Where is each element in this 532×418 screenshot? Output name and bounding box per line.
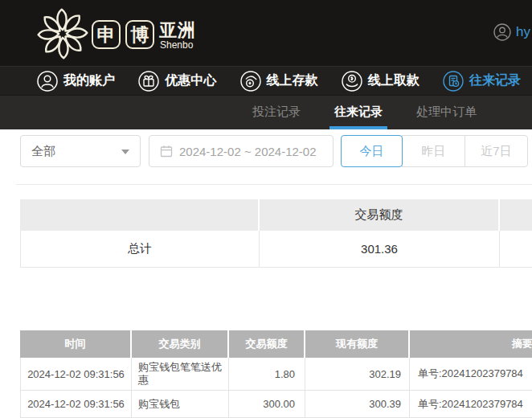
today-button[interactable]: 今日 <box>341 135 403 167</box>
nav-item-my-account[interactable]: 我的账户 <box>37 71 115 92</box>
calendar-icon <box>160 145 173 158</box>
last7days-button[interactable]: 近7日 <box>464 135 528 167</box>
summary-table: 交易额度 总计 301.36 <box>20 199 532 268</box>
gift-icon <box>138 71 159 92</box>
summary-total-extra <box>500 231 532 268</box>
summary-total-label: 总计 <box>20 231 260 268</box>
tab-transaction-records[interactable]: 往来记录 <box>329 96 387 129</box>
summary-table-header: 交易额度 <box>20 199 532 231</box>
col-header-type: 交易类别 <box>132 330 229 358</box>
date-range-value: 2024-12-02 ~ 2024-12-02 <box>179 145 317 158</box>
user-account-chip[interactable]: hy <box>493 23 530 41</box>
brand-char-shen: 申 <box>92 20 121 49</box>
cell-note: 单号:20241202379784 <box>410 358 532 391</box>
col-header-time: 时间 <box>20 330 132 358</box>
quick-date-buttons: 今日 昨日 近7日 <box>341 135 528 167</box>
cell-amount: 300.00 <box>229 391 305 418</box>
nav-item-transaction-records[interactable]: 往来记录 <box>443 71 521 92</box>
section-divider <box>16 184 532 185</box>
summary-header-clipped <box>500 199 532 231</box>
summary-total-amount: 301.36 <box>260 231 500 268</box>
nav-item-online-withdraw[interactable]: 线上取款 <box>342 71 419 92</box>
date-range-picker[interactable]: 2024-12-02 ~ 2024-12-02 <box>149 135 334 167</box>
cell-amount: 1.80 <box>229 358 305 391</box>
col-header-amount: 交易额度 <box>229 330 305 358</box>
summary-header-amount: 交易额度 <box>260 199 500 231</box>
col-header-note: 摘要 <box>410 330 532 358</box>
yesterday-button[interactable]: 昨日 <box>402 135 465 167</box>
cell-time: 2024-12-02 09:31:56 <box>20 358 132 391</box>
cell-balance: 302.19 <box>305 358 410 391</box>
summary-total-row: 总计 301.36 <box>20 231 532 268</box>
nav-item-online-deposit[interactable]: 线上存款 <box>240 71 318 92</box>
tab-processing-orders[interactable]: 处理中订单 <box>411 96 481 129</box>
brand-region-en: Shenbo <box>160 39 193 51</box>
cell-balance: 300.39 <box>305 391 410 418</box>
brand-flower-icon <box>35 6 90 61</box>
user-icon <box>37 71 58 92</box>
top-brand-bar: 申 博 亚洲 Shenbo hy <box>0 0 532 66</box>
tab-betting-records[interactable]: 投注记录 <box>248 96 305 129</box>
table-row: 2024-12-02 09:31:56 购宝钱包 300.00 300.39 单… <box>20 391 532 418</box>
cell-type: 购宝钱包笔笔送优惠 <box>132 358 229 391</box>
cell-time: 2024-12-02 09:31:56 <box>20 391 132 418</box>
category-select-value: 全部 <box>31 136 55 166</box>
table-row: 2024-12-02 09:31:56 购宝钱包笔笔送优惠 1.80 302.1… <box>20 358 532 391</box>
withdraw-icon <box>342 71 362 92</box>
records-table-header: 时间 交易类别 交易额度 现有额度 摘要 <box>20 330 532 358</box>
nav-item-promo-center[interactable]: 优惠中心 <box>138 71 216 92</box>
username-label: hy <box>516 24 530 40</box>
user-avatar-icon <box>493 23 511 41</box>
brand-char-bo: 博 <box>125 20 154 49</box>
chevron-down-icon <box>121 150 129 154</box>
category-select[interactable]: 全部 <box>20 135 141 167</box>
summary-header-empty <box>20 199 260 231</box>
cell-type: 购宝钱包 <box>132 391 229 418</box>
cell-note: 单号:20241202379784 <box>410 391 532 418</box>
records-icon <box>443 71 464 92</box>
main-nav: 我的账户 优惠中心 线上存款 <box>0 66 532 95</box>
deposit-icon <box>240 71 261 92</box>
col-header-balance: 现有额度 <box>305 330 410 358</box>
sub-tabbar: 投注记录 往来记录 处理中订单 <box>0 95 532 129</box>
records-table: 时间 交易类别 交易额度 现有额度 摘要 2024-12-02 09:31:56… <box>20 330 532 418</box>
